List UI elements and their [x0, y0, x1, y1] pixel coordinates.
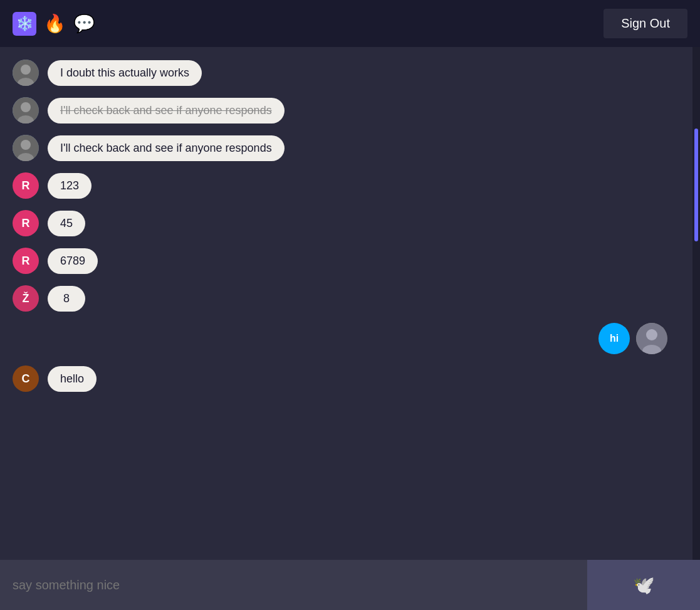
message-row: I'll check back and see if anyone respon…: [13, 97, 680, 124]
message-bubble: 123: [48, 173, 91, 199]
chat-messages: I doubt this actually works I'll check b…: [0, 47, 692, 560]
message-row: Ž 8: [13, 285, 680, 312]
message-bubble: 45: [48, 211, 85, 236]
avatar: Ž: [13, 285, 39, 312]
send-icon: 🕊️: [633, 575, 655, 596]
message-row: R 123: [13, 172, 680, 199]
message-bubble: I'll check back and see if anyone respon…: [48, 135, 285, 161]
avatar: [13, 97, 39, 124]
avatar: R: [13, 210, 39, 236]
avatar: [13, 60, 39, 86]
message-bubble: 8: [48, 286, 85, 312]
floating-message-row: hi: [13, 323, 680, 354]
message-row: R 6789: [13, 248, 680, 274]
svg-point-10: [646, 329, 657, 340]
send-button[interactable]: 🕊️: [587, 560, 700, 610]
message-row: C hello: [13, 365, 680, 392]
scroll-thumb[interactable]: [694, 129, 698, 241]
svg-point-7: [21, 140, 31, 150]
snowflake-icon: ❄️: [13, 12, 36, 36]
input-area: 🕊️: [0, 560, 700, 610]
chat-icon: 💬: [73, 15, 95, 33]
header-icons: ❄️ 🔥 💬: [13, 12, 95, 36]
svg-point-1: [21, 65, 31, 75]
message-bubble: I'll check back and see if anyone respon…: [48, 98, 285, 124]
header: ❄️ 🔥 💬 Sign Out: [0, 0, 700, 47]
message-row: I doubt this actually works: [13, 60, 680, 86]
message-row: R 45: [13, 210, 680, 236]
scroll-track[interactable]: [692, 47, 700, 560]
floating-avatar: [636, 323, 667, 354]
message-row: I'll check back and see if anyone respon…: [13, 135, 680, 161]
message-text: I'll check back and see if anyone respon…: [60, 104, 272, 117]
message-bubble: 6789: [48, 248, 98, 274]
message-bubble: I doubt this actually works: [48, 60, 202, 86]
avatar: R: [13, 172, 39, 199]
fire-icon: 🔥: [44, 15, 66, 33]
avatar: [13, 135, 39, 161]
message-bubble: hello: [48, 366, 97, 392]
hi-bubble: hi: [598, 323, 630, 354]
avatar: R: [13, 248, 39, 274]
svg-point-4: [21, 102, 31, 112]
sign-out-button[interactable]: Sign Out: [603, 9, 687, 38]
avatar: C: [13, 365, 39, 392]
chat-area: I doubt this actually works I'll check b…: [0, 47, 700, 560]
message-input[interactable]: [0, 560, 587, 610]
